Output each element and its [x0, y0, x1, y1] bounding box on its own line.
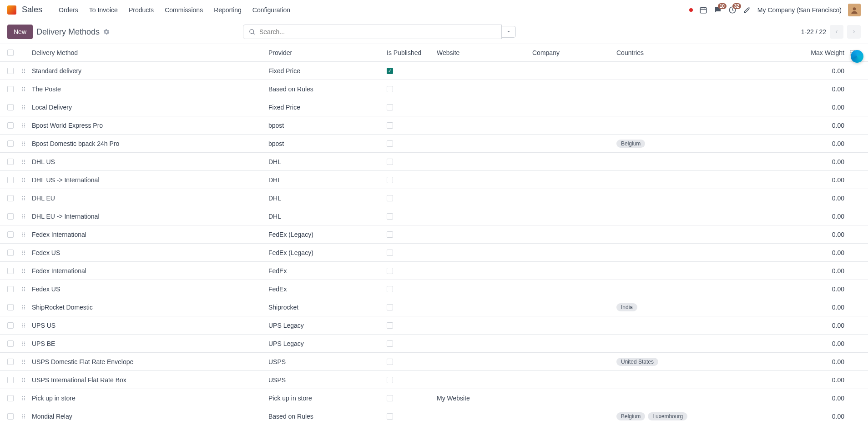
cell-published[interactable] [387, 122, 437, 129]
nav-item-products[interactable]: Products [123, 3, 159, 17]
drag-handle-icon[interactable] [21, 67, 32, 75]
cell-published[interactable] [387, 395, 437, 401]
drag-handle-icon[interactable] [21, 285, 32, 293]
swirl-icon[interactable] [851, 50, 863, 63]
row-checkbox[interactable] [7, 395, 14, 401]
status-dot-icon[interactable] [689, 8, 693, 12]
table-row[interactable]: Fedex USFedEx (Legacy)0.00 [0, 244, 868, 262]
drag-handle-icon[interactable] [21, 176, 32, 184]
drag-handle-icon[interactable] [21, 340, 32, 347]
drag-handle-icon[interactable] [21, 413, 32, 420]
drag-handle-icon[interactable] [21, 140, 32, 147]
nav-item-configuration[interactable]: Configuration [247, 3, 296, 17]
cell-published[interactable] [387, 104, 437, 110]
cell-published[interactable] [387, 195, 437, 201]
country-tag[interactable]: India [616, 303, 637, 311]
cell-published[interactable] [387, 377, 437, 383]
cell-published[interactable] [387, 140, 437, 147]
prev-page-button[interactable] [830, 25, 843, 39]
cell-published[interactable] [387, 213, 437, 220]
cell-published[interactable] [387, 340, 437, 347]
search-dropdown[interactable] [502, 26, 516, 38]
drag-handle-icon[interactable] [21, 85, 32, 93]
header-published[interactable]: Is Published [387, 49, 437, 56]
table-row[interactable]: Fedex InternationalFedEx0.00 [0, 262, 868, 280]
table-row[interactable]: Bpost Domestic bpack 24h ProbpostBelgium… [0, 135, 868, 153]
table-row[interactable]: The PosteBased on Rules0.00 [0, 80, 868, 98]
row-checkbox[interactable] [7, 140, 14, 147]
row-checkbox[interactable] [7, 413, 14, 420]
company-name[interactable]: My Company (San Francisco) [757, 6, 842, 14]
search-box[interactable] [243, 25, 502, 39]
cell-published[interactable] [387, 359, 437, 365]
header-method[interactable]: Delivery Method [32, 49, 268, 56]
cell-published[interactable]: ✓ [387, 68, 437, 74]
drag-handle-icon[interactable] [21, 104, 32, 111]
country-tag[interactable]: Luxembourg [648, 412, 687, 420]
row-checkbox[interactable] [7, 86, 14, 92]
cell-published[interactable] [387, 177, 437, 183]
header-weight[interactable]: Max Weight [798, 49, 849, 56]
cell-published[interactable] [387, 159, 437, 165]
drag-handle-icon[interactable] [21, 304, 32, 311]
row-checkbox[interactable] [7, 340, 14, 347]
header-provider[interactable]: Provider [268, 49, 387, 56]
cell-published[interactable] [387, 268, 437, 274]
new-button[interactable]: New [7, 25, 33, 39]
table-row[interactable]: UPS BEUPS Legacy0.00 [0, 335, 868, 353]
row-checkbox[interactable] [7, 195, 14, 201]
nav-item-reporting[interactable]: Reporting [208, 3, 247, 17]
table-row[interactable]: Fedex USFedEx0.00 [0, 280, 868, 298]
select-all-checkbox[interactable] [7, 50, 14, 56]
drag-handle-icon[interactable] [21, 249, 32, 256]
table-row[interactable]: DHL EU -> InternationalDHL0.00 [0, 207, 868, 225]
row-checkbox[interactable] [7, 213, 14, 220]
table-row[interactable]: Fedex InternationalFedEx (Legacy)0.00 [0, 225, 868, 244]
app-name[interactable]: Sales [22, 5, 42, 15]
avatar[interactable] [848, 4, 861, 16]
row-checkbox[interactable] [7, 322, 14, 329]
drag-handle-icon[interactable] [21, 158, 32, 165]
table-row[interactable]: ShipRocket DomesticShiprocketIndia0.00 [0, 298, 868, 316]
gear-icon[interactable] [103, 29, 110, 35]
nav-item-orders[interactable]: Orders [53, 3, 84, 17]
cell-published[interactable] [387, 322, 437, 329]
table-row[interactable]: Bpost World Express Probpost0.00 [0, 116, 868, 135]
row-checkbox[interactable] [7, 250, 14, 256]
table-row[interactable]: Standard deliveryFixed Price✓0.00 [0, 62, 868, 80]
table-row[interactable]: DHL EUDHL0.00 [0, 189, 868, 207]
table-row[interactable]: USPS International Flat Rate BoxUSPS0.00 [0, 371, 868, 389]
pager-text[interactable]: 1-22 / 22 [801, 28, 826, 35]
table-row[interactable]: UPS USUPS Legacy0.00 [0, 316, 868, 335]
row-checkbox[interactable] [7, 377, 14, 383]
drag-handle-icon[interactable] [21, 322, 32, 329]
row-checkbox[interactable] [7, 304, 14, 310]
header-company[interactable]: Company [532, 49, 616, 56]
row-checkbox[interactable] [7, 68, 14, 74]
table-row[interactable]: Mondial RelayBased on RulesBelgiumLuxemb… [0, 407, 868, 425]
header-countries[interactable]: Countries [616, 49, 798, 56]
row-checkbox[interactable] [7, 159, 14, 165]
nav-item-to-invoice[interactable]: To Invoice [84, 3, 123, 17]
country-tag[interactable]: Belgium [616, 412, 645, 420]
chat-icon[interactable]: 10 [714, 6, 722, 14]
table-row[interactable]: Local DeliveryFixed Price0.00 [0, 98, 868, 116]
row-checkbox[interactable] [7, 231, 14, 238]
drag-handle-icon[interactable] [21, 213, 32, 220]
cell-published[interactable] [387, 304, 437, 310]
country-tag[interactable]: Belgium [616, 140, 645, 148]
drag-handle-icon[interactable] [21, 231, 32, 238]
cell-published[interactable] [387, 250, 437, 256]
drag-handle-icon[interactable] [21, 358, 32, 365]
drag-handle-icon[interactable] [21, 267, 32, 275]
nav-item-commissions[interactable]: Commissions [159, 3, 208, 17]
activity-icon[interactable]: 32 [728, 6, 737, 14]
cell-published[interactable] [387, 286, 437, 292]
drag-handle-icon[interactable] [21, 376, 32, 384]
table-row[interactable]: DHL USDHL0.00 [0, 153, 868, 171]
drag-handle-icon[interactable] [21, 195, 32, 202]
table-row[interactable]: DHL US -> InternationalDHL0.00 [0, 171, 868, 189]
app-logo-icon[interactable] [7, 5, 16, 15]
row-checkbox[interactable] [7, 104, 14, 110]
table-row[interactable]: Pick up in storePick up in storeMy Websi… [0, 389, 868, 407]
